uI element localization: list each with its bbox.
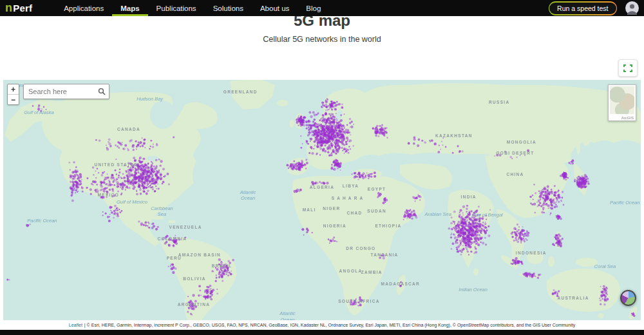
run-speed-test-button[interactable]: Run a speed test: [549, 3, 616, 14]
person-icon: [625, 1, 639, 15]
fullscreen-button[interactable]: [618, 59, 638, 77]
nav-item-blog[interactable]: Blog: [298, 0, 329, 16]
map-style-toggle-button[interactable]: [620, 290, 636, 306]
search-input[interactable]: [24, 88, 98, 95]
footer-bar: [0, 330, 644, 335]
coverage-dots-canvas: [3, 80, 641, 320]
zoom-in-button[interactable]: +: [8, 84, 19, 94]
nav-item-applications[interactable]: Applications: [55, 0, 112, 16]
overview-minimap[interactable]: ArcGIS: [608, 84, 636, 121]
nav-menu: Applications Maps Publications Solutions…: [55, 0, 329, 16]
top-navbar: nPerf Applications Maps Publications Sol…: [0, 0, 644, 16]
nperf-logo[interactable]: nPerf: [5, 1, 32, 15]
logo-rest: Perf: [13, 3, 32, 14]
leaflet-link[interactable]: Leaflet: [69, 323, 82, 327]
nav-item-publications[interactable]: Publications: [148, 0, 205, 16]
search-icon[interactable]: [98, 88, 106, 95]
nav-item-solutions[interactable]: Solutions: [205, 0, 252, 16]
page-subtitle: Cellular 5G networks in the world: [0, 35, 644, 44]
world-map[interactable]: RUSSIACANADAGREENLANDUNITED STATESMEXICO…: [3, 80, 641, 320]
arcgis-attribution: ArcGIS: [621, 116, 634, 120]
map-search-box: [23, 84, 109, 99]
nav-item-about-us[interactable]: About us: [252, 0, 298, 16]
minimap-thumbnail: [610, 86, 634, 114]
logo-n: n: [5, 1, 12, 15]
expand-icon: [623, 64, 632, 72]
zoom-control: + −: [7, 84, 19, 105]
speed-test-button-border: Run a speed test: [549, 1, 617, 15]
user-account-icon[interactable]: [625, 1, 639, 15]
nav-item-maps[interactable]: Maps: [112, 0, 147, 16]
attribution-text: | © Esri, HERE, Garmin, Intermap, increm…: [84, 323, 575, 327]
zoom-out-button[interactable]: −: [8, 94, 19, 104]
navbar-right: Run a speed test: [549, 1, 639, 15]
map-attribution: Leaflet | © Esri, HERE, Garmin, Intermap…: [0, 320, 644, 330]
page-header: 5G map Cellular 5G networks in the world: [0, 16, 644, 44]
